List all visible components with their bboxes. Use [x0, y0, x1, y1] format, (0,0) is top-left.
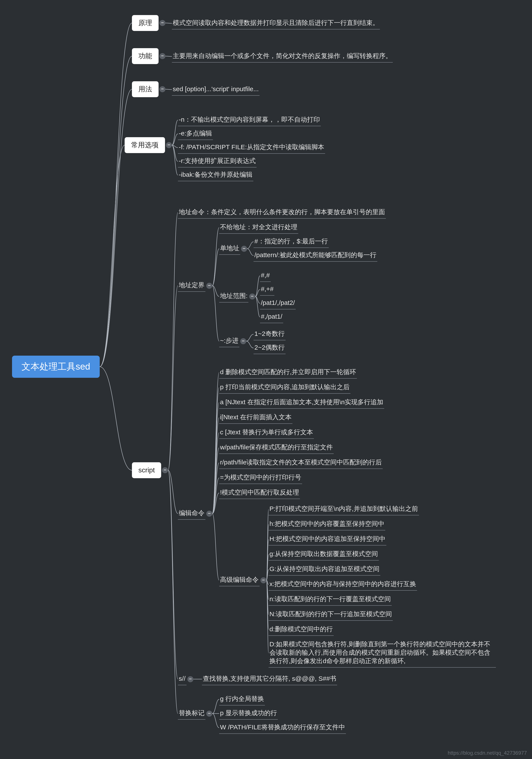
toggle-icon[interactable]: − — [159, 86, 166, 92]
node-function[interactable]: 功能 — [132, 48, 159, 64]
leaf-range-1: #,+# — [260, 283, 274, 296]
leaf-subst[interactable]: s// — [178, 673, 186, 685]
leaf-adv-6: n:读取匹配到的行的下一行覆盖至模式空间 — [269, 593, 392, 606]
toggle-icon[interactable]: − — [240, 338, 246, 344]
leaf-edit-6: r/path/file读取指定文件的文本至模式空间中匹配到的行后 — [219, 457, 383, 469]
leaf-adv-8: d:删除模式空间中的行 — [269, 623, 334, 636]
toggle-icon[interactable]: − — [206, 711, 212, 717]
root-node[interactable]: 文本处理工具sed — [12, 356, 100, 378]
leaf-single-1: /pattern/:被此处模式所能够匹配到的每一行 — [253, 249, 377, 262]
leaf-edit-cmd[interactable]: 编辑命令 — [178, 507, 206, 520]
leaf-no-addr: 不给地址：对全文进行处理 — [219, 221, 298, 234]
leaf-adv-0: P:打印模式空间开端至\n内容,并追加到默认输出之前 — [269, 503, 419, 515]
leaf-opt-4: -ibak:备份文件并原处编辑 — [178, 169, 253, 181]
leaf-edit-8: !模式空间中匹配行取反处理 — [219, 487, 300, 499]
leaf-subst-desc: 查找替换,支持使用其它分隔符, s@@@, S##书 — [202, 673, 337, 685]
leaf-addr-bound[interactable]: 地址定界 — [178, 280, 206, 292]
node-usage[interactable]: 用法 — [132, 81, 159, 97]
node-principle[interactable]: 原理 — [132, 15, 159, 31]
node-options[interactable]: 常用选项 — [125, 137, 165, 153]
leaf-edit-7: =为模式空间中的行打印行号 — [219, 472, 302, 484]
leaf-single-addr[interactable]: 单地址 — [219, 243, 240, 255]
leaf-range-2: /pat1/,/pat2/ — [260, 297, 296, 309]
leaf-opt-2: -f: /PATH/SCRIPT FILE:从指定文件中读取编辑脚本 — [178, 141, 325, 154]
leaf-range-0: #,# — [260, 270, 271, 282]
leaf-flags-0: g 行内全局替换 — [219, 693, 265, 705]
toggle-icon[interactable]: − — [206, 283, 212, 289]
leaf-function-desc: 主要用来自动编辑一个或多个文件，简化对文件的反复操作，编写转换程序。 — [172, 50, 393, 62]
leaf-edit-2: a [NJtext 在指定行后面追加文本,支持使用\n实现多行追加 — [219, 396, 384, 409]
toggle-icon[interactable]: − — [159, 20, 166, 26]
leaf-opt-0: -n：不输出模式空间内容到屏幕，，即不自动打印 — [178, 114, 321, 126]
leaf-edit-0: d 删除模式空间匹配的行,并立即启用下一轮循环 — [219, 366, 357, 379]
leaf-step-1: 2~2偶数行 — [253, 342, 285, 354]
toggle-icon[interactable]: − — [162, 467, 168, 473]
leaf-step[interactable]: ~:步进 — [219, 335, 239, 347]
leaf-opt-1: -e:多点编辑 — [178, 128, 213, 140]
leaf-flags-1: p 显示替换成功的行 — [219, 707, 278, 720]
leaf-usage-desc: sed [option]...'script' inputfile... — [172, 83, 259, 96]
leaf-adv-2: H:把模式空间中的内容追加至保持空间中 — [269, 533, 386, 545]
leaf-addr-cmd: 地址命令：条件定义，表明什么条件更改的行，脚本要放在单引号的里面 — [178, 206, 386, 219]
leaf-adv-3: g:从保持空间取出数据覆盖至模式空间 — [269, 548, 379, 561]
leaf-range-addr[interactable]: 地址范围: — [219, 290, 248, 302]
leaf-adv-edit[interactable]: 高级编辑命令 — [219, 574, 259, 586]
leaf-adv-7: N:读取匹配到的行的下一行追加至模式空间 — [269, 609, 393, 621]
node-script[interactable]: script — [132, 462, 161, 478]
leaf-adv-9: D:如果模式空间包含换行符,则删除直到第一个换行符的模式空间中的文本并不会读取新… — [269, 639, 496, 668]
leaf-flags[interactable]: 替换标记 — [178, 707, 206, 720]
leaf-adv-5: x:把模式空间中的内容与保持空间中的内容进行互换 — [269, 579, 417, 591]
watermark: https://blog.csdn.net/qq_42736977 — [448, 750, 527, 756]
leaf-single-0: #：指定的行，$:最后一行 — [253, 236, 329, 248]
leaf-adv-1: h:把模式空间中的内容覆盖至保持空间中 — [269, 518, 385, 531]
toggle-icon[interactable]: − — [241, 246, 247, 252]
leaf-edit-4: c [Jtext 替换行为单行或多行文本 — [219, 426, 314, 439]
leaf-principle-desc: 模式空间读取内容和处理数据并打印显示且清除后进行下一行直到结束。 — [172, 17, 380, 29]
leaf-range-3: #,/pat1/ — [260, 311, 283, 323]
toggle-icon[interactable]: − — [166, 142, 172, 148]
toggle-icon[interactable]: − — [249, 294, 255, 300]
leaf-flags-2: W /PATH/FILE将替换成功的行保存至文件中 — [219, 722, 346, 734]
leaf-edit-5: w/path/file保存模式匹配的行至指定文件 — [219, 442, 334, 454]
toggle-icon[interactable]: − — [159, 53, 166, 59]
toggle-icon[interactable]: − — [260, 577, 266, 583]
leaf-step-0: 1~2奇数行 — [253, 328, 285, 340]
leaf-adv-4: G:从保持空间取出内容追加至模式空间 — [269, 563, 380, 576]
toggle-icon[interactable]: − — [187, 676, 193, 682]
leaf-edit-3: i[Ntext 在行前面插入文本 — [219, 412, 292, 424]
toggle-icon[interactable]: − — [206, 511, 212, 517]
leaf-edit-1: p 打印当前模式空间内容,追加到默认输出之后 — [219, 381, 351, 394]
leaf-opt-3: -r:支持使用扩展正则表达式 — [178, 155, 256, 168]
